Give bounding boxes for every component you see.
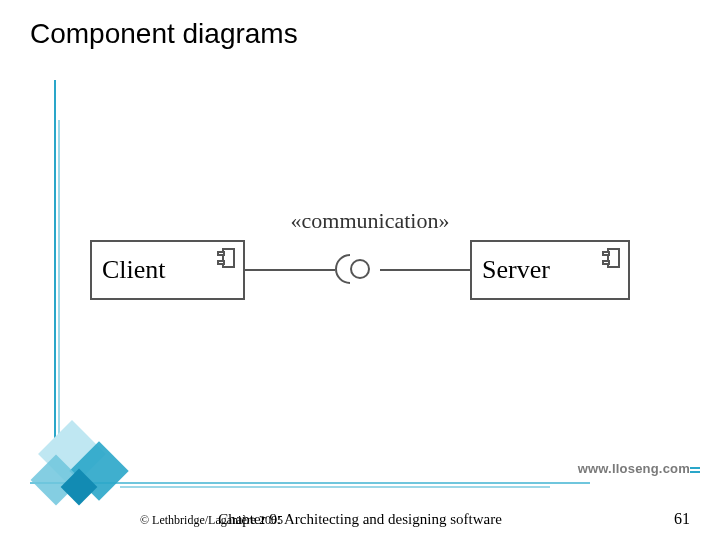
decor-horizontal-line [120,486,550,488]
decor-vertical-line [58,120,60,450]
component-server: Server [470,240,630,300]
page-number: 61 [674,510,690,528]
footer: © Lethbridge/Laganière 2005 Chapter 9: A… [0,508,720,528]
component-client: Client [90,240,245,300]
component-client-label: Client [102,255,166,285]
interface-stereotype-label: «communication» [270,208,470,234]
template-url: www.lloseng.com [578,461,690,476]
component-icon [217,248,235,268]
decor-squares-icon [28,430,138,510]
slide: Component diagrams Client «communication… [0,0,720,540]
component-icon [602,248,620,268]
slide-title: Component diagrams [30,18,298,50]
decor-accent-icon [690,467,700,473]
component-diagram: Client «communication» Server [90,210,630,330]
connector-line [380,269,470,271]
chapter-text: Chapter 9: Architecting and designing so… [0,511,720,528]
component-server-label: Server [482,255,550,285]
provided-interface-ball-icon [350,259,370,279]
connector-line [245,269,335,271]
decor-vertical-line [54,80,56,460]
